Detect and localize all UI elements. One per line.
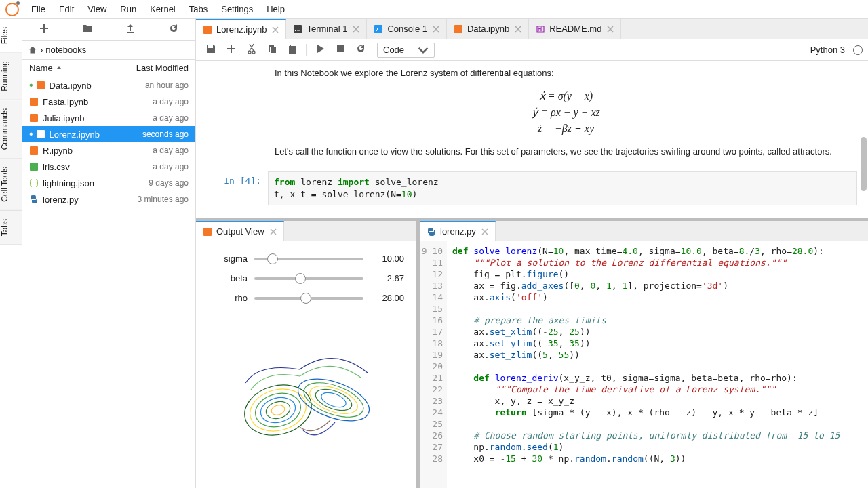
- svg-point-21: [319, 390, 348, 410]
- menu-run[interactable]: Run: [113, 1, 143, 17]
- slider-sigma: sigma 10.00: [208, 253, 404, 264]
- tab-console-1[interactable]: Console 1: [367, 19, 447, 39]
- menu-help[interactable]: Help: [260, 1, 292, 17]
- file-row[interactable]: •Lorenz.ipynbseconds ago: [22, 126, 195, 142]
- close-icon[interactable]: [269, 227, 278, 237]
- svg-rect-4: [30, 146, 38, 155]
- close-icon[interactable]: [351, 24, 361, 34]
- ribbon-files[interactable]: Files: [0, 19, 22, 53]
- svg-rect-6: [203, 26, 212, 34]
- copy-icon[interactable]: [262, 41, 281, 59]
- notebook-toolbar: Code Python 3: [196, 39, 868, 61]
- sidebar-ribbon: Files Running Commands Cell Tools Tabs: [0, 19, 22, 488]
- svg-rect-0: [37, 81, 45, 89]
- breadcrumb-item[interactable]: notebooks: [45, 45, 86, 55]
- sort-by-name[interactable]: Name: [29, 63, 62, 73]
- markdown-cell[interactable]: In this Notebook we explore the Lorenz s…: [207, 66, 857, 166]
- svg-rect-3: [37, 130, 45, 138]
- paste-icon[interactable]: [283, 41, 302, 59]
- slider-track[interactable]: [254, 277, 363, 280]
- breadcrumb-sep: ›: [40, 45, 43, 55]
- file-row[interactable]: Fasta.ipynba day ago: [22, 94, 195, 110]
- cut-icon[interactable]: [242, 41, 261, 59]
- sort-asc-icon: [56, 65, 62, 72]
- menu-edit[interactable]: Edit: [52, 1, 81, 17]
- math-equations: ẋ = σ(y − x) ẏ = ρx − y − xz ż = −βz + x…: [275, 88, 857, 137]
- menu-file[interactable]: File: [24, 1, 52, 17]
- toolbar-separator: [306, 44, 307, 56]
- ribbon-commands[interactable]: Commands: [0, 100, 22, 159]
- code-cell[interactable]: In [4]: from lorenz import solve_lorenz …: [207, 171, 857, 205]
- close-icon[interactable]: [431, 24, 441, 34]
- slider-label: sigma: [208, 253, 248, 264]
- close-icon[interactable]: [480, 227, 490, 237]
- file-browser: › notebooks Name Last Modified •Data.ipy…: [22, 19, 196, 488]
- slider-beta: beta 2.67: [208, 273, 404, 283]
- tab-bar: Output View: [196, 221, 416, 241]
- slider-thumb[interactable]: [300, 293, 311, 304]
- slider-track[interactable]: [254, 258, 363, 260]
- tab-data-ipynb[interactable]: Data.ipynb: [447, 19, 529, 39]
- file-row[interactable]: iris.csva day ago: [22, 159, 195, 175]
- line-gutter: 9 10 11 12 13 14 15 16 17 18 19 20 21 22…: [420, 241, 447, 488]
- ribbon-running[interactable]: Running: [0, 53, 22, 100]
- scrollbar-thumb[interactable]: [861, 137, 867, 191]
- cell-type-selector[interactable]: Code: [377, 43, 435, 58]
- tab-terminal-1[interactable]: Terminal 1: [286, 19, 367, 39]
- cell-prompt: In [4]:: [207, 171, 268, 205]
- tab-bar: Lorenz.ipynbTerminal 1Console 1Data.ipyn…: [196, 19, 868, 39]
- slider-thumb[interactable]: [267, 253, 278, 264]
- save-icon[interactable]: [201, 41, 220, 59]
- file-row[interactable]: •Data.ipynban hour ago: [22, 77, 195, 94]
- new-launcher-icon[interactable]: [36, 20, 52, 39]
- file-row[interactable]: R.ipynba day ago: [22, 142, 195, 159]
- home-icon: [28, 45, 37, 55]
- ribbon-tabs[interactable]: Tabs: [0, 211, 22, 245]
- widget-sliders: sigma 10.00 beta 2.67 rho 28.00: [196, 241, 416, 318]
- tab-lorenz-ipynb[interactable]: Lorenz.ipynb: [196, 19, 286, 39]
- kernel-name[interactable]: Python 3: [810, 45, 845, 55]
- close-icon[interactable]: [606, 24, 615, 34]
- code-input[interactable]: from lorenz import solve_lorenz t, x_t =…: [268, 171, 857, 205]
- svg-rect-5: [30, 163, 38, 171]
- dock-panel: Lorenz.ipynbTerminal 1Console 1Data.ipyn…: [196, 19, 868, 488]
- sort-by-modified[interactable]: Last Modified: [136, 63, 189, 73]
- notebook-content[interactable]: In this Notebook we explore the Lorenz s…: [196, 61, 868, 211]
- close-icon[interactable]: [271, 25, 280, 35]
- menu-kernel[interactable]: Kernel: [143, 1, 182, 17]
- svg-rect-8: [374, 25, 382, 33]
- code-content[interactable]: def solve_lorenz(N=10, max_time=4.0, sig…: [447, 241, 868, 488]
- menu-settings[interactable]: Settings: [214, 1, 260, 17]
- tab-readme-md[interactable]: README.md: [529, 19, 621, 39]
- upload-icon[interactable]: [122, 20, 138, 39]
- stop-icon[interactable]: [331, 41, 350, 59]
- svg-point-15: [264, 399, 292, 420]
- svg-point-19: [306, 380, 361, 419]
- python-icon: [427, 227, 436, 237]
- ribbon-cell-tools[interactable]: Cell Tools: [0, 159, 22, 211]
- file-row[interactable]: lorenz.py3 minutes ago: [22, 191, 195, 207]
- kernel-status-icon[interactable]: [853, 45, 863, 55]
- close-icon[interactable]: [513, 24, 523, 34]
- code-editor[interactable]: 9 10 11 12 13 14 15 16 17 18 19 20 21 22…: [420, 241, 868, 488]
- fb-toolbar: [22, 19, 195, 41]
- menu-view[interactable]: View: [81, 1, 113, 17]
- file-list-header: Name Last Modified: [22, 60, 195, 77]
- breadcrumb[interactable]: › notebooks: [22, 41, 195, 60]
- run-icon[interactable]: [311, 41, 330, 59]
- file-row[interactable]: lightning.json9 days ago: [22, 175, 195, 191]
- restart-icon[interactable]: [351, 41, 370, 59]
- output-view-panel: Output View sigma 10.00 beta: [196, 221, 420, 488]
- slider-thumb[interactable]: [295, 273, 306, 284]
- slider-track[interactable]: [254, 297, 363, 300]
- slider-label: beta: [208, 273, 248, 283]
- tab-output-view[interactable]: Output View: [196, 221, 284, 241]
- menu-tabs[interactable]: Tabs: [182, 1, 214, 17]
- file-list: •Data.ipynban hour agoFasta.ipynba day a…: [22, 77, 195, 488]
- new-folder-icon[interactable]: [79, 20, 96, 39]
- slider-rho: rho 28.00: [208, 293, 404, 303]
- refresh-icon[interactable]: [165, 20, 182, 39]
- tab-lorenz-py[interactable]: lorenz.py: [420, 221, 496, 241]
- insert-cell-icon[interactable]: [222, 41, 241, 59]
- file-row[interactable]: Julia.ipynba day ago: [22, 110, 195, 126]
